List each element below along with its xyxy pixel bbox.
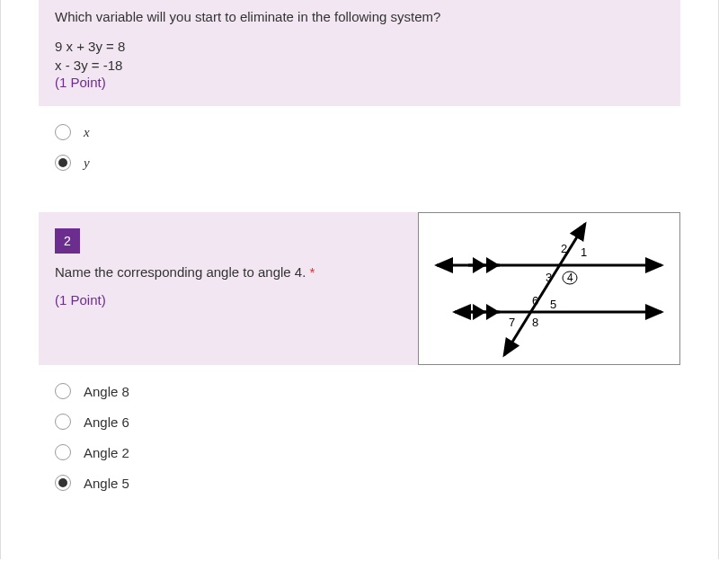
option-angle-6[interactable]: Angle 6 [55, 414, 664, 430]
question-1-options: x y [39, 124, 680, 212]
option-label: x [84, 125, 90, 140]
option-label: Angle 8 [84, 384, 129, 399]
question-1-eq1: 9 x + 3y = 8 [55, 37, 664, 56]
question-2-points: (1 Point) [55, 292, 402, 307]
option-label: Angle 5 [84, 476, 129, 491]
label-5: 5 [550, 298, 556, 311]
option-x[interactable]: x [55, 124, 664, 140]
label-3: 3 [546, 271, 552, 284]
label-1: 1 [581, 245, 587, 259]
radio-icon [55, 475, 71, 491]
radio-icon [55, 414, 71, 430]
radio-icon [55, 383, 71, 399]
option-angle-8[interactable]: Angle 8 [55, 383, 664, 399]
label-7: 7 [509, 316, 515, 329]
question-2-options: Angle 8 Angle 6 Angle 2 Angle 5 [39, 383, 680, 532]
question-2-prompt-text: Name the corresponding angle to angle 4. [55, 264, 310, 280]
question-2-number: 2 [55, 228, 80, 254]
radio-icon [55, 155, 71, 171]
question-1-points: (1 Point) [55, 75, 664, 90]
question-1-header: Which variable will you start to elimina… [39, 0, 680, 106]
svg-line-4 [504, 224, 585, 355]
question-1-prompt: Which variable will you start to elimina… [55, 7, 664, 26]
label-6: 6 [532, 294, 538, 307]
question-1-eq2: x - 3y = -18 [55, 56, 664, 75]
label-4: 4 [567, 272, 573, 284]
label-2: 2 [561, 242, 567, 255]
question-2-header: 2 Name the corresponding angle to angle … [39, 212, 680, 365]
label-8: 8 [532, 316, 538, 329]
option-label: y [84, 156, 90, 171]
option-angle-2[interactable]: Angle 2 [55, 444, 664, 460]
option-angle-5[interactable]: Angle 5 [55, 475, 664, 491]
angle-diagram: 2 1 3 4 6 5 7 8 [418, 212, 680, 365]
radio-icon [55, 124, 71, 140]
required-asterisk: * [310, 264, 315, 280]
option-y[interactable]: y [55, 155, 664, 171]
radio-icon [55, 444, 71, 460]
option-label: Angle 2 [84, 445, 129, 460]
question-2-prompt: Name the corresponding angle to angle 4.… [55, 263, 402, 281]
option-label: Angle 6 [84, 414, 129, 430]
